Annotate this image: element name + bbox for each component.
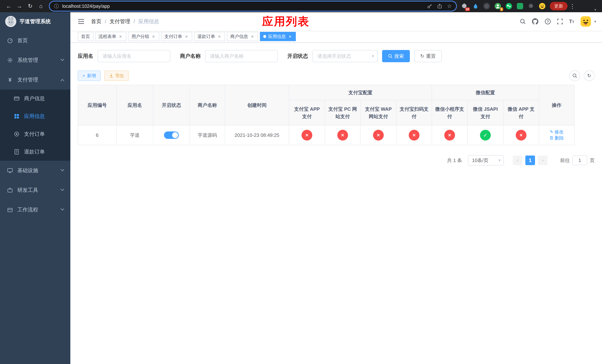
fullscreen-icon[interactable] [557, 19, 563, 24]
delete-label: 删除 [555, 135, 564, 141]
credit-card-icon [13, 96, 20, 101]
menu-label: 支付管理 [17, 76, 38, 83]
add-button[interactable]: + 新增 [78, 71, 101, 81]
site-info-icon[interactable]: ⓘ [54, 3, 59, 10]
chevron-down-icon [61, 168, 64, 171]
goto-page-input[interactable] [572, 156, 587, 165]
goto-unit-label: 页 [590, 157, 595, 164]
menu-label: 基础设施 [17, 167, 38, 174]
sidebar-item-workflow[interactable]: 工作流程 [0, 200, 70, 220]
help-icon[interactable]: ? [545, 18, 551, 25]
extension-dark-puzzle-icon[interactable] [527, 2, 535, 10]
extensions-puzzle-icon[interactable]: 10 [461, 2, 468, 10]
browser-update-button[interactable]: 更新 [550, 2, 568, 10]
tab-close-icon[interactable]: × [118, 34, 123, 39]
tab-app-info[interactable]: 应用信息 × [260, 32, 296, 41]
breadcrumb-separator: / [105, 19, 106, 24]
tab-close-icon[interactable]: × [151, 34, 156, 39]
toolbar-caret-icon[interactable]: ▾ [594, 8, 596, 12]
password-key-icon[interactable] [427, 3, 432, 9]
edit-link[interactable]: ✎修改 [550, 129, 564, 135]
search-button[interactable]: 搜索 [382, 50, 410, 62]
page-number-button[interactable]: 1 [525, 156, 535, 165]
extension-green-square-icon[interactable] [516, 2, 524, 10]
sidebar-item-dev-tools[interactable]: 研发工具 [0, 180, 70, 200]
apps-table: 应用编号 应用名 开启状态 商户名称 创建时间 支付宝配置 微信配置 操作 支付… [78, 85, 575, 145]
github-icon[interactable] [532, 18, 538, 25]
app-name-input[interactable] [98, 50, 170, 62]
extension-drop-icon[interactable] [472, 2, 479, 10]
breadcrumb-current: 应用信息 [139, 18, 159, 25]
sidebar-item-refund-orders[interactable]: 退款订单 [0, 143, 70, 161]
sidebar-item-merchant-info[interactable]: 商户信息 [0, 90, 70, 107]
refresh-icon[interactable]: ↻ [584, 70, 595, 81]
sidebar-item-app-info[interactable]: 应用信息 [0, 107, 70, 125]
browser-reload-icon[interactable]: ↻ [25, 1, 35, 11]
sidebar-item-home[interactable]: 首页 [0, 31, 70, 50]
tab-merchant-info[interactable]: 商户信息 × [227, 32, 258, 41]
tab-close-icon[interactable]: × [250, 34, 255, 39]
tab-user-group[interactable]: 用户分组 × [128, 32, 159, 41]
dashboard-icon [7, 38, 13, 43]
tab-pay-orders[interactable]: 支付订单 × [161, 32, 192, 41]
navbar-actions: ? TT ▾ [520, 16, 596, 27]
search-icon[interactable] [520, 19, 526, 24]
browser-back-icon[interactable]: ← [4, 1, 14, 11]
tab-process-form[interactable]: 流程表单 × [95, 32, 126, 41]
box-icon [7, 207, 13, 213]
browser-home-icon[interactable]: ⌂ [36, 1, 46, 11]
app-logo: 芋道管理系统 [0, 12, 70, 31]
breadcrumb-home[interactable]: 首页 [91, 18, 101, 25]
url-text[interactable]: localhost:1024/pay/app [62, 3, 424, 9]
breadcrumb-payment[interactable]: 支付管理 [110, 18, 130, 25]
status-label: 开启状态 [287, 53, 308, 60]
status-select[interactable] [312, 50, 378, 62]
tab-close-icon[interactable]: × [184, 34, 189, 39]
bookmark-star-icon[interactable]: ☆ [447, 3, 452, 9]
toggle-search-icon[interactable] [570, 70, 580, 81]
avatar-caret-icon[interactable]: ▾ [594, 19, 596, 24]
extension-profile-circle-icon[interactable]: 1 [494, 2, 502, 10]
filter-form: 应用名 商户名称 开启状态 ▾ [78, 50, 595, 62]
col-wechat-app: 微信 APP 支付 [503, 100, 539, 125]
reload-glyph: ↻ [28, 3, 32, 9]
delete-link[interactable]: 删除 [549, 135, 564, 141]
sidebar-item-infrastructure[interactable]: 基础设施 [0, 161, 70, 180]
gear-icon [7, 57, 13, 63]
extension-dark-circle-icon[interactable] [483, 2, 491, 10]
merchant-name-input[interactable] [205, 50, 278, 62]
address-bar[interactable]: ⓘ localhost:1024/pay/app ☆ [50, 1, 456, 11]
reset-button[interactable]: ↻ 重置 [414, 50, 442, 62]
tab-refund-orders[interactable]: 退款订单 × [194, 32, 225, 41]
browser-menu-icon[interactable]: ⋮ [568, 3, 576, 10]
col-app-name: 应用名 [117, 85, 153, 125]
cell-status [153, 125, 190, 145]
yen-icon: ¥ [7, 77, 13, 83]
wechat-app-status-icon: × [516, 130, 527, 140]
select-caret-icon: ▾ [498, 158, 501, 163]
prev-page-button[interactable]: ‹ [513, 156, 522, 165]
user-avatar[interactable] [580, 16, 591, 27]
tab-close-icon[interactable]: × [217, 34, 222, 39]
profile-avatar-emoji-icon[interactable] [538, 2, 546, 10]
menu-label: 支付订单 [24, 130, 45, 138]
tab-home[interactable]: 首页 [78, 32, 93, 41]
font-size-icon[interactable]: TT [569, 19, 574, 24]
col-status: 开启状态 [153, 85, 190, 125]
col-group-alipay: 支付宝配置 [289, 85, 432, 100]
export-button[interactable]: 导出 [104, 71, 129, 81]
extension-green-circle-icon[interactable] [505, 2, 513, 10]
alipay-app-status-icon: × [301, 130, 312, 140]
tab-close-icon[interactable]: × [288, 34, 292, 39]
search-button-label: 搜索 [394, 53, 404, 59]
next-page-button[interactable]: › [538, 156, 548, 165]
share-icon[interactable] [437, 3, 442, 9]
row-status-toggle[interactable] [164, 131, 179, 139]
sidebar-item-payment[interactable]: ¥ 支付管理 [0, 70, 70, 90]
cell-alipay-wap: × [360, 125, 396, 145]
browser-forward-icon[interactable]: → [14, 1, 24, 11]
sidebar-item-pay-orders[interactable]: 支付订单 [0, 125, 70, 143]
sidebar-toggle-icon[interactable] [76, 17, 86, 26]
sidebar-item-system[interactable]: 系统管理 [0, 50, 70, 70]
page-size-select[interactable]: 10条/页 ▾ [468, 155, 504, 166]
